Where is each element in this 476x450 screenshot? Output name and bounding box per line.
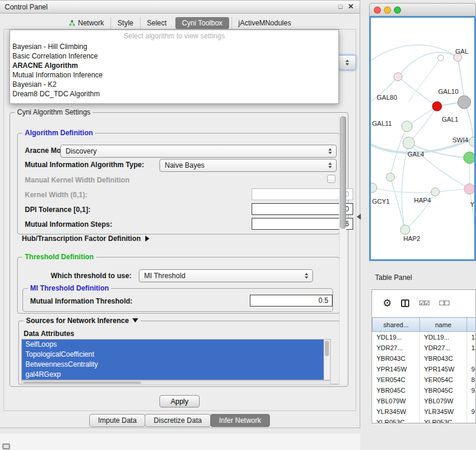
graph-node-gal80[interactable] — [394, 73, 402, 81]
tab-cyni-toolbox[interactable]: Cyni Toolbox — [175, 17, 229, 29]
algorithm-option[interactable]: Bayesian - K2 — [10, 80, 338, 89]
list-horizontal-scrollbar[interactable] — [21, 380, 331, 385]
graph-node-hap2[interactable] — [400, 225, 410, 234]
cell[interactable]: YBL079W — [420, 396, 467, 406]
list-vertical-scrollbar[interactable] — [324, 340, 330, 380]
algorithm-option-selected[interactable]: ARACNE Algorithm — [10, 61, 338, 70]
algorithm-combo-arrow-button[interactable] — [338, 55, 356, 70]
tab-select[interactable]: Select — [140, 17, 173, 29]
minimized-window-icon[interactable] — [2, 444, 10, 449]
graph-node-gal11[interactable] — [402, 121, 412, 132]
select-all-checks-icon[interactable]: ☑☑ — [419, 299, 429, 307]
which-threshold-select[interactable]: MI Threshold — [139, 269, 313, 282]
hub-section-toggle[interactable]: Hub/Transcription Factor Definition — [22, 234, 149, 243]
mi-threshold-field[interactable]: 0.5 — [250, 295, 332, 306]
data-attributes-list[interactable]: SelfLoops TopologicalCoefficient Between… — [21, 339, 331, 380]
mi-algorithm-type-select[interactable]: Naive Bayes — [159, 159, 337, 172]
tab-style[interactable]: Style — [110, 17, 140, 29]
table-row[interactable]: YBR045CYBR045C9. — [373, 385, 476, 396]
minimize-traffic-light[interactable] — [384, 6, 391, 14]
cell[interactable]: YPR145W — [420, 364, 467, 374]
cell[interactable]: YBR043C — [420, 353, 467, 364]
graph-node-gal1[interactable] — [432, 102, 442, 111]
cell[interactable] — [467, 417, 476, 423]
tab-network[interactable]: Network — [62, 17, 110, 29]
cell[interactable]: 9. — [467, 406, 476, 417]
attribute-item[interactable]: SelfLoops — [22, 340, 330, 350]
gear-icon[interactable]: ⚙ — [383, 298, 392, 308]
columns-icon[interactable] — [401, 299, 409, 307]
sources-toggle[interactable]: Sources for Network Inference — [24, 317, 141, 325]
apply-button[interactable]: Apply — [159, 395, 200, 407]
deselect-all-checks-icon[interactable]: ☐☐ — [439, 299, 449, 307]
graph-node-hap4[interactable] — [431, 188, 439, 196]
graph-node-gcy1[interactable] — [371, 183, 377, 193]
network-window-titlebar[interactable] — [369, 3, 476, 16]
graph-node-swi4[interactable] — [469, 137, 474, 146]
cell[interactable]: YER054C — [420, 374, 467, 385]
scrollbar-thumb[interactable] — [325, 341, 329, 356]
graph-node[interactable] — [386, 173, 395, 181]
table-row[interactable]: YLR345WYLR345W9. — [373, 406, 476, 417]
algorithm-option[interactable]: Dream8 DC_TDC Algorithm — [10, 89, 338, 99]
float-window-button[interactable]: □ — [338, 4, 343, 10]
scrollbar-thumb[interactable] — [23, 381, 141, 384]
tab-infer-network[interactable]: Infer Network — [210, 414, 270, 427]
graph-node[interactable] — [438, 55, 444, 61]
graph-node-gal10[interactable] — [458, 96, 471, 109]
control-panel-titlebar[interactable]: Control Panel □ ✕ — [0, 1, 360, 14]
network-canvas[interactable]: GAL GAL80 GAL10 GAL1 GAL11 SWI4 GAL4 GCY… — [369, 16, 476, 261]
algorithm-option[interactable]: Basic Correlation Inference — [10, 51, 338, 61]
table-row[interactable]: YDL19...YDL19...13 — [373, 332, 476, 343]
cell[interactable]: 12 — [467, 343, 476, 353]
cell[interactable]: 9. — [467, 385, 476, 396]
table-row[interactable]: YER054CYER054C8. — [373, 374, 476, 385]
dpi-tolerance-field[interactable]: 0.0 — [252, 203, 353, 215]
cell[interactable]: YLR345W — [373, 406, 420, 417]
table-row[interactable]: YBL079WYBL079W — [373, 396, 476, 406]
settings-vertical-scrollbar[interactable] — [339, 115, 346, 384]
cell[interactable] — [467, 353, 476, 364]
cell[interactable]: 13 — [467, 332, 476, 343]
cell[interactable]: YDL19... — [373, 332, 420, 343]
attribute-item[interactable]: BetweennessCentrality — [22, 360, 330, 370]
attribute-item[interactable]: TopologicalCoefficient — [22, 350, 330, 360]
algorithm-option[interactable]: Bayesian - Hill Climbing — [10, 42, 338, 51]
panel-collapse-arrow[interactable] — [357, 214, 361, 220]
tab-impute-data[interactable]: Impute Data — [89, 414, 145, 427]
table-row[interactable]: YLR053CYLR053C — [373, 417, 476, 423]
cell[interactable]: YLR345W — [420, 406, 467, 417]
aracne-mode-select[interactable]: Discovery — [60, 145, 337, 158]
close-traffic-light[interactable] — [374, 6, 381, 14]
cell[interactable]: YLR053C — [373, 417, 420, 423]
cell[interactable]: YDL19... — [420, 332, 467, 343]
manual-kernel-checkbox[interactable] — [327, 175, 335, 183]
graph-node[interactable] — [464, 152, 474, 164]
attribute-item[interactable]: gal4RGexp — [22, 370, 330, 380]
cell[interactable]: 8. — [467, 374, 476, 385]
algorithm-option[interactable]: Mutual Information Inference — [10, 70, 338, 80]
cell[interactable]: YLR053C — [420, 417, 467, 423]
scrollbar-thumb[interactable] — [340, 116, 346, 229]
column-header-partial[interactable] — [467, 318, 476, 332]
cell[interactable]: YDR27... — [373, 343, 420, 353]
graph-node-gal4[interactable] — [403, 137, 415, 149]
cell[interactable]: YBR045C — [373, 385, 420, 396]
cell[interactable]: YDR27... — [420, 343, 467, 353]
cell[interactable] — [467, 396, 476, 406]
cell[interactable]: YBL079W — [373, 396, 420, 406]
column-header-shared-name[interactable]: shared... — [373, 318, 420, 332]
cell[interactable]: YER054C — [373, 374, 420, 385]
tab-jactivemnodules[interactable]: jActiveMNodules — [232, 17, 298, 29]
mi-steps-field[interactable]: 6 — [252, 218, 353, 230]
cell[interactable]: YPR145W — [373, 364, 420, 374]
column-header-name[interactable]: name — [420, 318, 467, 332]
table-row[interactable]: YPR145WYPR145W9. — [373, 364, 476, 374]
table-row[interactable]: YBR043CYBR043C — [373, 353, 476, 364]
zoom-traffic-light[interactable] — [394, 6, 401, 14]
graph-node[interactable] — [464, 184, 474, 194]
kernel-width-field[interactable]: 0.0 — [252, 188, 353, 200]
cell[interactable]: YBR043C — [373, 353, 420, 364]
close-window-button[interactable]: ✕ — [348, 4, 354, 10]
cell[interactable]: 9. — [467, 364, 476, 374]
